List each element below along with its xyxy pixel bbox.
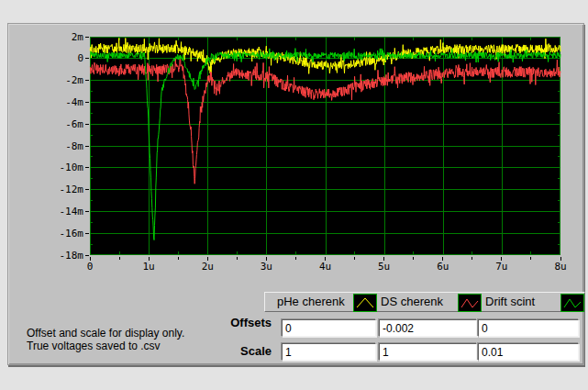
y-axis-tick-label: 2m [72, 31, 84, 43]
y-axis-tick-label: -2m [65, 74, 83, 86]
y-axis-tick-label: -14m [60, 206, 84, 217]
x-axis-tick-label: 1u [143, 261, 155, 273]
legend-label-phe-cherenk[interactable]: pHe cherenk [277, 293, 345, 311]
x-axis-tick-label: 2u [202, 261, 214, 273]
y-axis-tick-label: -8m [65, 140, 83, 152]
offset-input-3[interactable] [478, 319, 579, 337]
front-panel: 2m0-2m-4m-6m-8m-10m-12m-14m-16m-18m01u2u… [7, 23, 584, 365]
y-axis-tick-label: -4m [65, 96, 83, 108]
y-axis-tick-label: -12m [60, 184, 84, 195]
waveform-chart: 2m0-2m-4m-6m-8m-10m-12m-14m-16m-18m01u2u… [42, 28, 571, 278]
y-axis-tick-label: -16m [60, 228, 84, 240]
scale-input-3[interactable] [478, 343, 579, 361]
x-axis-tick-label: 4u [319, 261, 331, 273]
app-window: { "window": { "background": "#e3e3e3", "… [0, 0, 588, 390]
y-axis-tick-label: -10m [60, 162, 84, 173]
y-axis-tick-label: 0 [77, 52, 83, 64]
x-axis-tick-label: 7u [495, 261, 507, 273]
x-axis-tick-label: 6u [437, 261, 449, 273]
legend-label-drift-scint[interactable]: Drift scint [485, 293, 535, 311]
scale-label: Scale [128, 345, 272, 358]
phe-cherenk-plot-icon[interactable] [353, 294, 377, 312]
y-axis-tick-label: -18m [60, 250, 84, 262]
y-axis-tick-label: -6m [65, 118, 83, 130]
x-axis-tick-label: 5u [378, 261, 390, 273]
legend-label-ds-cherenk[interactable]: DS cherenk [381, 293, 443, 311]
ds-cherenk-plot-icon[interactable] [458, 294, 482, 312]
offset-input-1[interactable] [282, 319, 376, 337]
x-axis-tick-label: 8u [554, 261, 566, 273]
x-axis-tick-label: 0 [87, 261, 94, 273]
plot-legend: pHe cherenk DS cherenk Drift scint [264, 292, 585, 312]
offsets-label: Offsets [128, 317, 272, 329]
offset-input-2[interactable] [379, 319, 477, 337]
scale-input-2[interactable] [379, 343, 477, 361]
scale-input-1[interactable] [282, 343, 376, 361]
x-axis-tick-label: 3u [261, 261, 272, 273]
drift-scint-plot-icon[interactable] [560, 294, 584, 312]
